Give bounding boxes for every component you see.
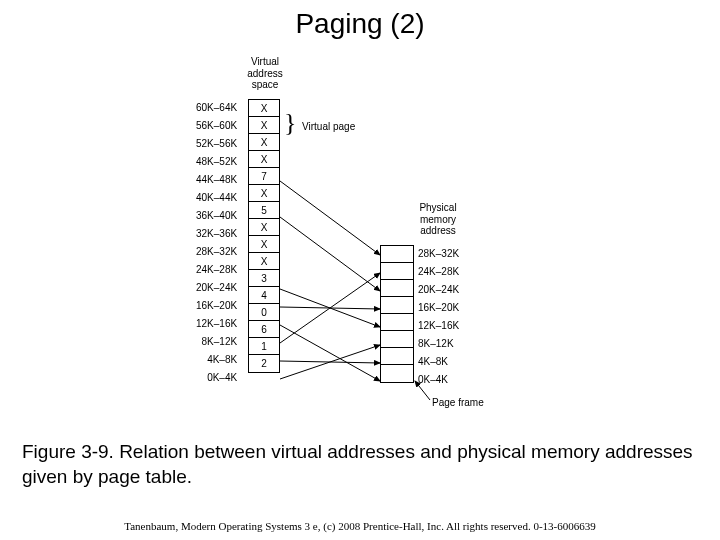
virtual-range-label: 20K–24K (196, 279, 237, 297)
virtual-cell: X (249, 253, 279, 270)
page-title: Paging (2) (0, 0, 720, 44)
virtual-range-label: 40K–44K (196, 189, 237, 207)
virtual-range-label: 0K–4K (196, 369, 237, 387)
svg-line-7 (280, 345, 380, 379)
svg-line-6 (280, 361, 380, 363)
virtual-cell: X (249, 134, 279, 151)
svg-line-3 (280, 307, 380, 309)
physical-table (380, 245, 414, 383)
virtual-cell: 2 (249, 355, 279, 372)
virtual-cell: X (249, 151, 279, 168)
physical-range-label: 12K–16K (418, 317, 459, 335)
virtual-range-label: 56K–60K (196, 117, 237, 135)
virtual-page-annot: Virtual page (302, 121, 355, 132)
virtual-range-label: 44K–48K (196, 171, 237, 189)
virtual-cell: X (249, 117, 279, 134)
physical-range-label: 24K–28K (418, 263, 459, 281)
virtual-range-label: 36K–40K (196, 207, 237, 225)
virtual-range-label: 8K–12K (196, 333, 237, 351)
virtual-cell: X (249, 236, 279, 253)
paging-diagram: Virtualaddressspace Physicalmemoryaddres… (0, 44, 720, 424)
virtual-cell: 6 (249, 321, 279, 338)
virtual-cell: 5 (249, 202, 279, 219)
virtual-cell: 0 (249, 304, 279, 321)
virtual-cell: X (249, 185, 279, 202)
physical-range-label: 28K–32K (418, 245, 459, 263)
svg-line-5 (280, 273, 380, 343)
virtual-range-label: 12K–16K (196, 315, 237, 333)
virtual-cell: 4 (249, 287, 279, 304)
virtual-range-label: 52K–56K (196, 135, 237, 153)
physical-range-labels: 28K–32K24K–28K20K–24K16K–20K12K–16K8K–12… (418, 245, 459, 389)
virtual-header: Virtualaddressspace (240, 56, 290, 91)
virtual-table: XXXX7X5XXX340612 (248, 99, 280, 373)
virtual-cell: 7 (249, 168, 279, 185)
virtual-cell: 1 (249, 338, 279, 355)
virtual-range-label: 4K–8K (196, 351, 237, 369)
virtual-range-label: 24K–28K (196, 261, 237, 279)
physical-cell (381, 280, 413, 297)
virtual-range-label: 28K–32K (196, 243, 237, 261)
svg-line-0 (280, 181, 380, 255)
virtual-cell: 3 (249, 270, 279, 287)
physical-range-label: 4K–8K (418, 353, 459, 371)
virtual-cell: X (249, 219, 279, 236)
physical-range-label: 0K–4K (418, 371, 459, 389)
virtual-range-labels: 60K–64K56K–60K52K–56K48K–52K44K–48K40K–4… (196, 99, 237, 387)
svg-line-2 (280, 289, 380, 327)
virtual-range-label: 48K–52K (196, 153, 237, 171)
mapping-arrows (0, 44, 720, 424)
virtual-range-label: 16K–20K (196, 297, 237, 315)
virtual-range-label: 32K–36K (196, 225, 237, 243)
physical-cell (381, 246, 413, 263)
physical-range-label: 16K–20K (418, 299, 459, 317)
physical-cell (381, 365, 413, 382)
virtual-cell: X (249, 100, 279, 117)
physical-range-label: 20K–24K (418, 281, 459, 299)
physical-header: Physicalmemoryaddress (410, 202, 466, 237)
page-frame-annot: Page frame (432, 397, 484, 408)
physical-cell (381, 314, 413, 331)
brace-icon: } (284, 114, 296, 132)
figure-caption: Figure 3-9. Relation between virtual add… (22, 440, 698, 489)
footer-credit: Tanenbaum, Modern Operating Systems 3 e,… (0, 520, 720, 532)
virtual-range-label: 60K–64K (196, 99, 237, 117)
physical-range-label: 8K–12K (418, 335, 459, 353)
physical-cell (381, 348, 413, 365)
physical-cell (381, 263, 413, 280)
physical-cell (381, 331, 413, 348)
svg-line-1 (280, 217, 380, 291)
svg-line-4 (280, 325, 380, 381)
physical-cell (381, 297, 413, 314)
